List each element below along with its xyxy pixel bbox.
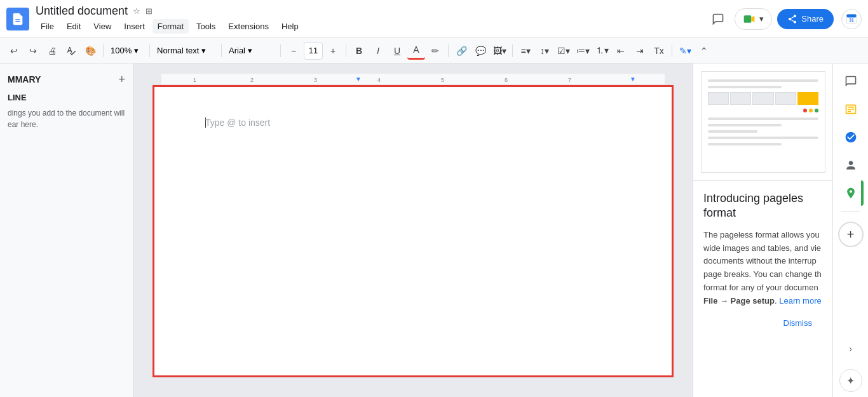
chat-icon-button[interactable] [838,69,864,94]
share-button[interactable]: Share [777,9,834,29]
font-size-input[interactable] [304,42,323,60]
menu-view[interactable]: View [88,19,116,34]
doc-thumbnail [693,64,832,181]
menu-bar: File Edit View Insert Format Tools Exten… [36,19,707,34]
bold-button[interactable]: B [350,42,368,60]
info-file-path: File → Page setup [703,296,775,306]
info-body-text: The pageless format allows you wide imag… [703,230,822,292]
expand-panel-button[interactable]: › [838,336,864,361]
menu-tools[interactable]: Tools [191,19,220,34]
menu-insert[interactable]: Insert [119,19,150,34]
print-button[interactable]: 🖨 [43,42,61,60]
green-active-indicator [861,180,864,206]
highlight-button[interactable]: ✏ [426,42,444,60]
spell-check-button[interactable] [62,42,80,60]
toolbar-separator-7 [512,44,513,57]
font-size-area: − + [285,42,342,60]
doc-area[interactable]: 1 2 3 4 5 6 7 ▼ ▼ Type @ to insert [133,64,693,397]
notes-icon-button[interactable] [838,97,864,122]
info-body: The pageless format allows you wide imag… [703,229,822,308]
doc-title[interactable]: Untitled document [36,4,128,18]
svg-rect-2 [744,15,752,23]
zoom-chevron-icon: ▾ [134,46,139,55]
font-select[interactable]: Arial ▾ [226,42,276,60]
link-button[interactable]: 🔗 [452,42,470,60]
svg-text:31: 31 [849,18,854,22]
toolbar-separator-1 [103,44,104,57]
text-color-button[interactable]: A [407,42,425,60]
google-calendar-icon[interactable]: 31 [841,9,862,29]
menu-edit[interactable]: Edit [62,19,86,34]
meet-button[interactable]: ▾ [735,8,772,30]
menu-format[interactable]: Format [153,19,189,34]
line-spacing-button[interactable]: ↕▾ [536,42,553,60]
paint-format-button[interactable]: 🎨 [81,42,99,60]
bullet-list-button[interactable]: ≔▾ [574,42,592,60]
info-title: Introducing pageles format [703,191,822,221]
horizontal-scrollbar[interactable] [153,380,674,387]
top-bar: Untitled document ☆ ⊞ File Edit View Ins… [0,0,868,38]
svg-rect-5 [847,14,857,17]
thumbnail-dot-yellow [809,109,813,112]
align-button[interactable]: ≡▾ [517,42,534,60]
toolbar-separator-8 [672,44,672,57]
increase-indent-button[interactable]: ⇥ [631,42,649,60]
sidebar-outline-text: dings you add to the document will ear h… [8,107,125,130]
redo-button[interactable]: ↪ [24,42,42,60]
folder-icon[interactable]: ⊞ [146,6,153,16]
checklist-button[interactable]: ☑▾ [555,42,573,60]
toolbar-expand-button[interactable]: ⌃ [695,42,713,60]
doc-icon [6,8,29,30]
thumbnail-dot-green [815,109,818,112]
undo-button[interactable]: ↩ [5,42,23,60]
contacts-icon-button[interactable] [838,152,864,178]
dismiss-button[interactable]: Dismiss [703,313,822,333]
font-size-decrease-button[interactable]: − [285,42,302,60]
star-icon[interactable]: ☆ [133,6,140,16]
tasks-icon-button[interactable] [838,124,864,150]
assistant-button[interactable]: ✦ [839,369,862,392]
maps-icon-button[interactable] [838,180,864,206]
toolbar-separator-3 [221,44,222,57]
doc-title-row: Untitled document ☆ ⊞ [36,4,707,18]
right-icons-divider [841,211,860,212]
toolbar-separator-5 [346,44,346,57]
info-panel: Introducing pageles format The pageless … [693,181,832,397]
toolbar-separator-2 [149,44,150,57]
image-button[interactable]: 🖼▾ [491,42,508,60]
document-page[interactable]: Type @ to insert [153,85,674,377]
editing-mode-button[interactable]: ✎▾ [676,42,694,60]
decrease-indent-button[interactable]: ⇤ [612,42,630,60]
italic-button[interactable]: I [369,42,387,60]
type-hint: Type @ to insert [205,118,270,128]
title-area: Untitled document ☆ ⊞ File Edit View Ins… [36,4,707,34]
clear-formatting-button[interactable]: Tx [650,42,668,60]
main-layout: MMARY + LINE dings you add to the docume… [0,64,868,397]
meet-label: ▾ [759,14,764,24]
numbered-list-button[interactable]: ⒈▾ [593,42,611,60]
right-icons-sidebar: + › ✦ [832,64,868,397]
menu-extensions[interactable]: Extensions [223,19,274,34]
zoom-select[interactable]: 100% ▾ [107,42,146,60]
thumbnail-image [701,71,825,173]
zoom-value: 100% [111,46,132,55]
font-size-increase-button[interactable]: + [324,42,342,60]
style-select[interactable]: Normal text ▾ [154,42,217,60]
font-value: Arial [229,46,245,55]
toolbar-separator-6 [448,44,449,57]
add-sidebar-button[interactable]: + [838,222,864,247]
thumbnail-dot-red [803,109,807,112]
underline-button[interactable]: U [388,42,406,60]
share-label: Share [801,14,824,24]
comments-button[interactable] [707,8,729,30]
top-right: ▾ Share 31 [707,8,862,30]
menu-file[interactable]: File [36,19,59,34]
svg-marker-3 [752,16,755,22]
menu-help[interactable]: Help [276,19,304,34]
sidebar-add-button[interactable]: + [118,74,125,85]
sidebar-summary-header: MMARY + [8,74,125,85]
comment-inline-button[interactable]: 💬 [471,42,489,60]
ruler-inner: 1 2 3 4 5 6 7 ▼ ▼ [153,74,674,84]
learn-more-link[interactable]: Learn more [779,296,821,306]
style-value: Normal text [157,46,199,55]
